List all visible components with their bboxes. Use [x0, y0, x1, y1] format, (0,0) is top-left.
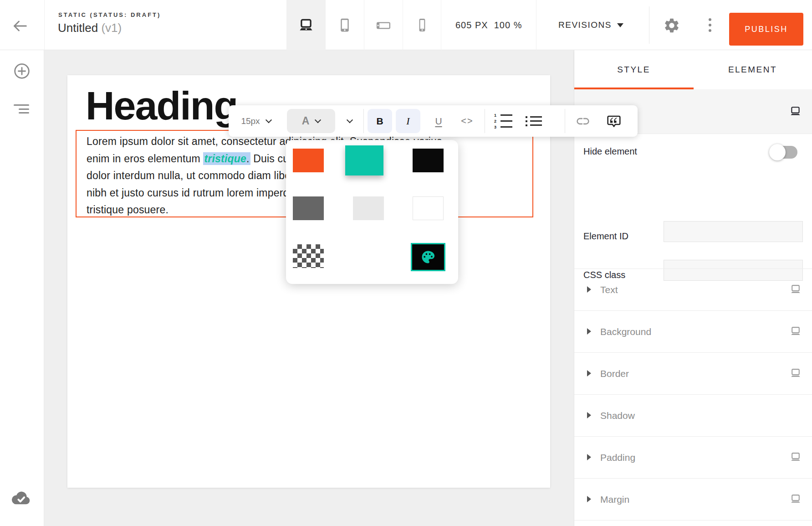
link-button[interactable] — [569, 105, 597, 137]
heading-element[interactable]: Heading — [86, 83, 237, 129]
plus-circle-icon — [13, 62, 31, 80]
text-color-dropdown[interactable]: A — [287, 109, 335, 133]
quote-button[interactable] — [600, 105, 628, 137]
laptop-icon — [789, 106, 802, 117]
font-size-dropdown[interactable]: 15px — [233, 105, 279, 137]
color-swatch-black[interactable] — [413, 149, 444, 172]
laptop-icon — [790, 326, 802, 339]
revisions-dropdown[interactable]: REVISIONS — [558, 0, 623, 50]
canvas-size-zoom: 605 PX 100 % — [455, 0, 522, 50]
caret-right-icon — [587, 328, 591, 335]
phone-landscape-icon — [376, 18, 391, 32]
element-id-input[interactable] — [664, 221, 803, 242]
laptop-icon — [298, 18, 314, 32]
top-bar: STATIC (STATUS: DRAFT) Untitled (v1) — [0, 0, 812, 50]
device-tablet-button[interactable] — [325, 0, 364, 50]
divider — [363, 109, 364, 133]
device-phone-landscape-button[interactable] — [364, 0, 403, 50]
divider — [536, 0, 536, 50]
gear-icon — [663, 17, 680, 34]
divider — [485, 109, 485, 133]
ordered-list-icon: 1 2 3 — [494, 113, 512, 129]
palette-icon — [420, 249, 436, 265]
caret-right-icon — [587, 370, 591, 376]
laptop-icon — [790, 452, 802, 464]
color-swatch-dark-gray[interactable] — [293, 196, 324, 220]
more-options-button[interactable] — [705, 15, 715, 35]
hide-element-label: Hide element — [583, 146, 637, 157]
layers-button[interactable] — [14, 104, 30, 115]
doc-version: (v1) — [101, 21, 122, 35]
layers-icon — [14, 104, 29, 106]
chevron-down-icon — [617, 23, 623, 27]
font-size-value: 15px — [241, 116, 260, 126]
underline-button[interactable]: U — [427, 105, 450, 137]
custom-color-button[interactable] — [411, 243, 445, 271]
styled-word: tristique — [204, 153, 246, 165]
quote-icon — [606, 113, 622, 129]
arrow-left-icon — [11, 17, 29, 35]
text-format-toolbar: 15px A B I U <> 1 2 3 — [229, 105, 638, 137]
color-swatch-orange[interactable] — [293, 149, 324, 172]
add-element-button[interactable] — [13, 62, 31, 80]
kebab-icon — [709, 18, 711, 21]
chevron-down-icon — [347, 117, 353, 123]
page-title: Untitled (v1) — [58, 21, 122, 35]
doc-title-text: Untitled — [58, 21, 98, 35]
bullet-list-button[interactable] — [519, 105, 548, 137]
laptop-icon — [790, 494, 802, 506]
left-toolbar — [0, 50, 44, 526]
accordion-text[interactable]: Text — [574, 269, 812, 310]
panel-tab-bar: STYLE ELEMENT — [574, 50, 812, 89]
text-color-letter: A — [302, 115, 310, 127]
toggle-knob — [769, 144, 786, 160]
laptop-icon — [790, 284, 802, 297]
laptop-icon — [790, 368, 802, 381]
italic-button[interactable]: I — [396, 109, 420, 133]
code-button[interactable]: <> — [455, 105, 479, 137]
tab-style[interactable]: STYLE — [574, 50, 693, 89]
device-scope-button[interactable] — [789, 106, 802, 119]
caret-right-icon — [587, 412, 591, 418]
publish-button[interactable]: PUBLISH — [729, 13, 803, 46]
accordion-padding[interactable]: Padding — [574, 437, 812, 478]
settings-button[interactable] — [663, 17, 680, 34]
status-label: STATIC (STATUS: DRAFT) — [58, 11, 161, 18]
element-id-label: Element ID — [583, 231, 628, 242]
ordered-list-button[interactable]: 1 2 3 — [490, 105, 516, 137]
tab-element[interactable]: ELEMENT — [693, 50, 812, 89]
cloud-check-icon — [10, 488, 33, 506]
bold-button[interactable]: B — [368, 109, 392, 133]
color-swatch-light-gray[interactable] — [353, 196, 384, 220]
back-button[interactable] — [11, 17, 29, 35]
device-desktop-button[interactable] — [286, 0, 325, 50]
accordion-background[interactable]: Background — [574, 311, 812, 352]
caret-right-icon — [587, 496, 591, 502]
tablet-icon — [338, 17, 352, 33]
divider — [574, 520, 812, 521]
link-icon — [576, 114, 590, 129]
accordion-margin[interactable]: Margin — [574, 479, 812, 520]
accordion-border[interactable]: Border — [574, 353, 812, 394]
color-picker-popup — [286, 140, 458, 284]
color-swatch-white[interactable] — [413, 196, 444, 220]
canvas-width-value: 605 PX — [455, 20, 488, 30]
caret-right-icon — [587, 286, 591, 293]
device-preview-group — [286, 0, 441, 50]
hide-element-toggle[interactable] — [771, 146, 797, 159]
caret-right-icon — [587, 454, 591, 460]
accordion-shadow[interactable]: Shadow — [574, 395, 812, 436]
chevron-down-icon — [315, 117, 321, 123]
revisions-label: REVISIONS — [558, 20, 612, 30]
bullet-list-icon — [526, 116, 542, 126]
device-phone-button[interactable] — [403, 0, 441, 50]
divider — [44, 0, 45, 50]
color-swatch-transparent[interactable] — [293, 244, 324, 268]
divider — [565, 109, 565, 133]
highlight-color-dropdown[interactable] — [341, 105, 359, 137]
phone-icon — [416, 17, 429, 33]
canvas-zoom-value: 100 % — [494, 20, 522, 30]
divider — [649, 6, 649, 44]
color-swatch-teal[interactable] — [345, 145, 383, 175]
chevron-down-icon — [266, 117, 272, 123]
